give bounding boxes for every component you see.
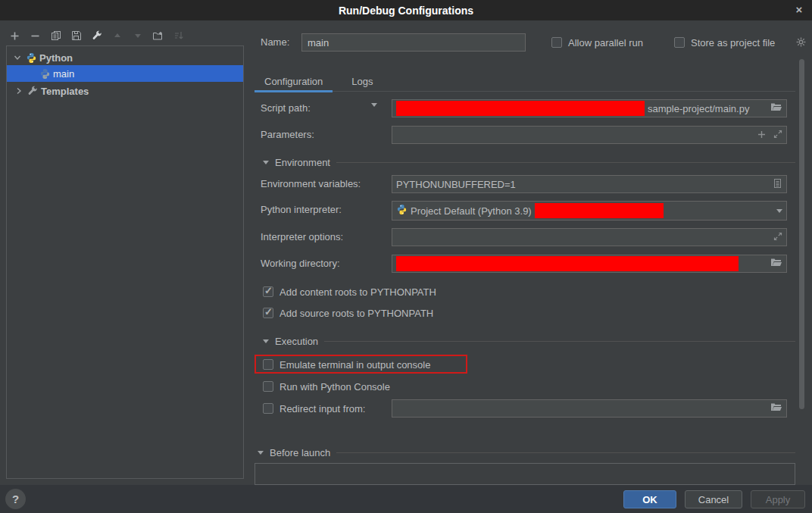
redaction-block xyxy=(535,203,664,218)
before-launch-list[interactable] xyxy=(255,463,795,485)
copy-icon[interactable] xyxy=(50,30,61,42)
emulate-terminal-checkbox[interactable]: Emulate terminal in output console xyxy=(263,357,430,372)
working-directory-input[interactable] xyxy=(392,255,787,273)
redaction-block xyxy=(396,101,645,116)
remove-icon[interactable] xyxy=(30,30,41,42)
checkbox-box[interactable] xyxy=(263,308,273,318)
checkbox-box[interactable] xyxy=(674,37,685,48)
tree-item-label: Python xyxy=(39,52,73,64)
section-label: Before launch xyxy=(270,447,330,458)
checkbox-label: Run with Python Console xyxy=(280,381,390,393)
collapse-arrow-icon[interactable] xyxy=(258,451,264,455)
python-icon xyxy=(39,67,51,80)
checkbox-box[interactable] xyxy=(263,286,273,297)
parameters-input[interactable] xyxy=(392,126,787,144)
redaction-block xyxy=(396,256,739,271)
collapse-arrow-icon[interactable] xyxy=(263,339,269,343)
environment-variables-label: Environment variables: xyxy=(261,175,361,193)
redirect-input-field[interactable] xyxy=(392,399,787,418)
expand-icon[interactable] xyxy=(773,130,782,141)
name-value: main xyxy=(308,37,329,48)
sort-icon[interactable] xyxy=(173,30,184,42)
environment-section-header[interactable]: Environment xyxy=(263,155,795,169)
templates-wrench-icon xyxy=(27,85,39,97)
environment-variables-value: PYTHONUNBUFFERED=1 xyxy=(396,179,516,190)
checkbox-label: Emulate terminal in output console xyxy=(280,359,430,371)
redirect-input-checkbox[interactable]: Redirect input from: xyxy=(263,401,365,416)
python-icon xyxy=(396,204,408,217)
vertical-scrollbar[interactable] xyxy=(799,59,804,409)
python-icon xyxy=(25,52,37,64)
apply-button[interactable]: Apply xyxy=(751,490,805,508)
collapse-arrow-icon[interactable] xyxy=(263,161,269,164)
interpreter-options-input[interactable] xyxy=(392,228,787,246)
dialog-footer: ? OK Cancel Apply xyxy=(0,485,812,513)
add-source-roots-checkbox[interactable]: Add source roots to PYTHONPATH xyxy=(263,305,433,321)
section-label: Environment xyxy=(275,157,330,168)
tab-configuration[interactable]: Configuration xyxy=(255,72,333,91)
save-icon[interactable] xyxy=(70,30,82,42)
script-path-value: sample-project/main.py xyxy=(648,103,749,114)
section-divider xyxy=(336,452,795,453)
edit-templates-icon[interactable] xyxy=(91,30,102,42)
checkbox-box[interactable] xyxy=(551,37,562,48)
cancel-button[interactable]: Cancel xyxy=(685,490,742,508)
tree-item-python[interactable]: Python xyxy=(7,49,243,66)
checkbox-box[interactable] xyxy=(263,359,273,370)
checkbox-label: Redirect input from: xyxy=(280,403,365,414)
parameters-label: Parameters: xyxy=(261,126,314,144)
run-with-python-console-checkbox[interactable]: Run with Python Console xyxy=(263,379,390,394)
checkbox-label: Store as project file xyxy=(691,37,775,48)
checkbox-box[interactable] xyxy=(263,403,273,414)
chevron-down-icon[interactable] xyxy=(776,209,782,213)
chevron-down-icon[interactable] xyxy=(13,53,22,62)
script-path-input[interactable]: sample-project/main.py xyxy=(392,99,787,117)
before-launch-section-header[interactable]: Before launch xyxy=(258,446,795,459)
chevron-right-icon[interactable] xyxy=(14,86,23,95)
tree-item-label: Templates xyxy=(41,86,89,97)
tree-item-label: main xyxy=(53,68,74,80)
script-path-options-arrow-icon[interactable] xyxy=(371,107,377,118)
checkbox-label: Add source roots to PYTHONPATH xyxy=(280,308,433,319)
execution-section-header[interactable]: Execution xyxy=(263,334,795,348)
add-content-roots-checkbox[interactable]: Add content roots to PYTHONPATH xyxy=(263,284,436,299)
run-debug-configurations-dialog: Run/Debug Configurations × xyxy=(0,0,812,513)
folder-open-icon[interactable] xyxy=(770,102,782,114)
name-input[interactable]: main xyxy=(301,33,526,52)
checkbox-label: Add content roots to PYTHONPATH xyxy=(280,286,436,298)
help-icon[interactable]: ? xyxy=(5,489,26,509)
python-interpreter-value: Project Default (Python 3.9) xyxy=(411,205,532,217)
folder-open-icon[interactable] xyxy=(770,402,782,414)
python-interpreter-select[interactable]: Project Default (Python 3.9) xyxy=(392,201,787,221)
new-folder-icon[interactable] xyxy=(152,30,164,42)
tab-logs[interactable]: Logs xyxy=(342,72,383,91)
configurations-tree: Python main Templates xyxy=(6,45,244,479)
configurations-toolbar xyxy=(9,29,184,42)
move-up-icon[interactable] xyxy=(111,30,123,42)
checkbox-box[interactable] xyxy=(263,381,273,392)
move-down-icon[interactable] xyxy=(132,30,143,42)
interpreter-options-label: Interpreter options: xyxy=(261,228,343,246)
plus-icon[interactable] xyxy=(757,130,766,141)
add-icon[interactable] xyxy=(9,30,20,42)
dialog-title: Run/Debug Configurations xyxy=(339,5,473,17)
environment-variables-input[interactable]: PYTHONUNBUFFERED=1 xyxy=(392,175,787,193)
browse-variables-icon[interactable] xyxy=(773,178,782,191)
name-label: Name: xyxy=(261,33,289,52)
gear-icon[interactable] xyxy=(795,36,807,48)
tree-item-templates[interactable]: Templates xyxy=(7,83,243,99)
expand-icon[interactable] xyxy=(773,232,782,243)
titlebar: Run/Debug Configurations × xyxy=(0,0,812,20)
checkbox-label: Allow parallel run xyxy=(568,37,643,48)
close-icon[interactable]: × xyxy=(791,2,807,17)
store-as-project-file-checkbox[interactable]: Store as project file xyxy=(674,33,775,52)
ok-button[interactable]: OK xyxy=(623,490,676,508)
configuration-editor: Name: main Allow parallel run Store as p… xyxy=(255,20,795,485)
section-divider xyxy=(324,341,795,342)
tree-item-main[interactable]: main xyxy=(7,65,243,82)
folder-open-icon[interactable] xyxy=(770,258,782,270)
script-path-label: Script path: xyxy=(261,99,311,117)
section-label: Execution xyxy=(275,336,318,347)
allow-parallel-run-checkbox[interactable]: Allow parallel run xyxy=(551,33,643,52)
working-directory-label: Working directory: xyxy=(261,255,340,273)
